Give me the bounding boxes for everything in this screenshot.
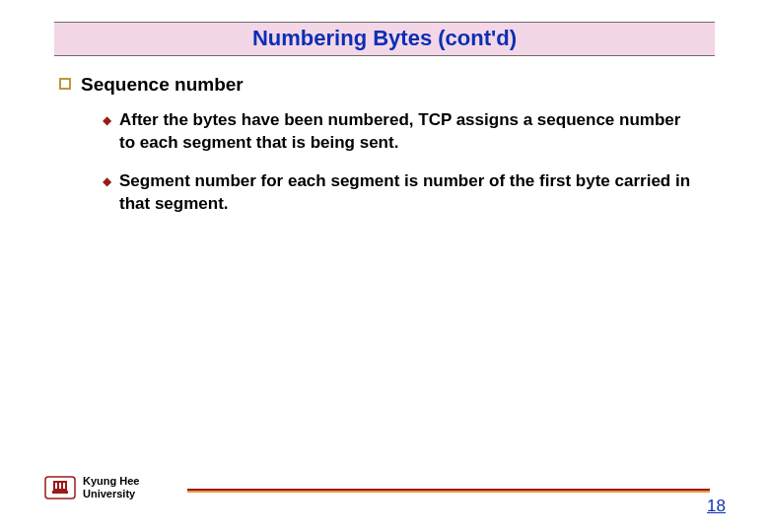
crest-icon	[43, 473, 77, 502]
diamond-bullet-icon: ◆	[103, 174, 111, 188]
university-name: Kyung Hee University	[83, 475, 139, 499]
diamond-bullet-icon: ◆	[103, 113, 111, 127]
bullet-text: After the bytes have been numbered, TCP …	[119, 109, 695, 155]
square-bullet-icon	[59, 78, 71, 90]
university-logo: Kyung Hee University	[43, 473, 139, 502]
bullet-text: Segment number for each segment is numbe…	[119, 170, 695, 216]
slide-title: Numbering Bytes (cont'd)	[252, 26, 517, 50]
list-item: ◆ Segment number for each segment is num…	[103, 170, 695, 216]
footer-divider	[187, 489, 710, 493]
svg-rect-4	[63, 483, 65, 489]
slide-title-band: Numbering Bytes (cont'd)	[54, 22, 715, 56]
list-item: ◆ After the bytes have been numbered, TC…	[103, 109, 695, 155]
page-number: 18	[707, 497, 726, 516]
slide-content: Sequence number ◆ After the bytes have b…	[0, 56, 769, 216]
org-line2: University	[83, 488, 139, 500]
slide-footer: Kyung Hee University 18	[0, 467, 769, 516]
org-line1: Kyung Hee	[83, 475, 139, 488]
svg-rect-2	[55, 483, 57, 489]
list-item: Sequence number	[59, 74, 715, 96]
svg-rect-3	[59, 483, 61, 489]
svg-rect-5	[52, 491, 68, 494]
heading-text: Sequence number	[81, 74, 244, 96]
